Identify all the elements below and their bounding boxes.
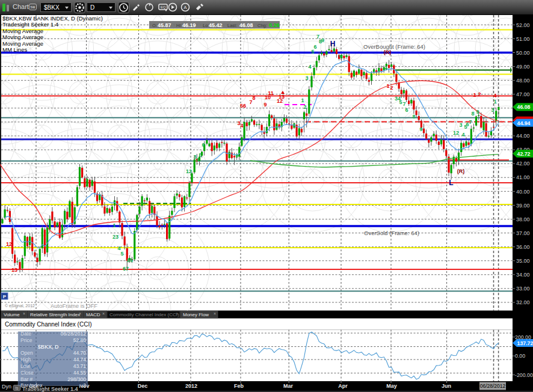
svg-text:5: 5 bbox=[120, 251, 123, 257]
svg-text:2: 2 bbox=[390, 85, 393, 91]
svg-text:1: 1 bbox=[112, 222, 116, 228]
svg-text:×: × bbox=[79, 311, 81, 316]
svg-text:Relative Strength Index: Relative Strength Index bbox=[30, 312, 80, 317]
svg-text:Close: Close bbox=[20, 370, 34, 376]
svg-text:6: 6 bbox=[313, 44, 316, 50]
svg-text:44.00: 44.00 bbox=[516, 133, 530, 139]
svg-text:2012: 2012 bbox=[185, 383, 197, 389]
svg-text:AutoFrame is OFF: AutoFrame is OFF bbox=[51, 302, 97, 309]
svg-text:×: × bbox=[23, 311, 25, 316]
svg-text:9: 9 bbox=[263, 102, 266, 108]
svg-text:4: 4 bbox=[240, 123, 243, 129]
svg-text:L: L bbox=[449, 179, 453, 187]
svg-text:Lo:: Lo: bbox=[203, 23, 209, 28]
svg-text:1: 1 bbox=[473, 92, 476, 98]
svg-text:Low: Low bbox=[20, 363, 30, 369]
svg-text:7: 7 bbox=[469, 119, 472, 125]
svg-text:38.00: 38.00 bbox=[516, 216, 530, 222]
svg-text:Volume: Volume bbox=[4, 312, 20, 317]
svg-text:12: 12 bbox=[186, 168, 192, 174]
svg-text:-200.00: -200.00 bbox=[515, 372, 533, 378]
svg-text:Bar Index: Bar Index bbox=[20, 382, 43, 388]
svg-text:50.00: 50.00 bbox=[516, 50, 530, 56]
svg-text:9: 9 bbox=[476, 109, 479, 115]
svg-text:06/28/2012: 06/28/2012 bbox=[480, 383, 506, 389]
svg-text:45.87: 45.87 bbox=[158, 22, 171, 28]
svg-text:-2: -2 bbox=[81, 382, 86, 388]
svg-text:Apr: Apr bbox=[338, 383, 348, 389]
svg-text:46.08: 46.08 bbox=[239, 22, 253, 28]
svg-text:44.94: 44.94 bbox=[517, 120, 531, 126]
svg-text:Commodity Channel Index (CCI): Commodity Channel Index (CCI) bbox=[109, 312, 179, 317]
svg-text:36.00: 36.00 bbox=[516, 244, 530, 250]
svg-text:48.00: 48.00 bbox=[516, 78, 530, 84]
svg-text:1: 1 bbox=[493, 99, 496, 105]
svg-text:9: 9 bbox=[419, 126, 422, 132]
svg-text:35.00: 35.00 bbox=[516, 258, 530, 264]
svg-text:May: May bbox=[386, 383, 397, 389]
svg-text:46.19: 46.19 bbox=[182, 22, 196, 28]
svg-text:9: 9 bbox=[321, 37, 324, 43]
svg-text:Chg:: Chg: bbox=[257, 23, 267, 28]
svg-text:1: 1 bbox=[386, 83, 389, 89]
svg-text:Open: Open bbox=[20, 350, 33, 356]
svg-text:39.00: 39.00 bbox=[516, 203, 530, 209]
svg-text:(R): (R) bbox=[457, 168, 465, 174]
svg-text:37.00: 37.00 bbox=[516, 230, 530, 236]
svg-text:33.00: 33.00 bbox=[516, 286, 530, 292]
svg-text:41.00: 41.00 bbox=[516, 174, 530, 180]
svg-text:45.42: 45.42 bbox=[209, 22, 223, 28]
svg-text:Price: Price bbox=[20, 337, 32, 343]
svg-text:(R): (R) bbox=[384, 49, 392, 55]
svg-text:2: 2 bbox=[478, 91, 481, 97]
svg-text:42.72: 42.72 bbox=[517, 151, 531, 157]
svg-text:1: 1 bbox=[301, 97, 304, 103]
svg-text:O:: O: bbox=[152, 23, 157, 28]
svg-text:3: 3 bbox=[305, 75, 308, 81]
svg-text:$BKX, D: $BKX, D bbox=[38, 344, 59, 350]
svg-text:4: 4 bbox=[461, 132, 464, 138]
svg-text:47.00: 47.00 bbox=[516, 91, 530, 97]
svg-text:Jun: Jun bbox=[442, 383, 451, 389]
svg-text:MACD: MACD bbox=[86, 312, 100, 317]
svg-text:5: 5 bbox=[399, 99, 402, 105]
svg-text:23: 23 bbox=[112, 234, 119, 240]
svg-text:×: × bbox=[102, 311, 105, 316]
svg-text:Feb: Feb bbox=[234, 383, 244, 389]
svg-text:89: 89 bbox=[127, 257, 133, 263]
svg-text:Bar #: Bar # bbox=[20, 376, 33, 382]
svg-text:8: 8 bbox=[252, 95, 255, 101]
svg-text:2: 2 bbox=[303, 104, 306, 110]
svg-text:×: × bbox=[214, 311, 216, 316]
svg-text:46.08: 46.08 bbox=[517, 104, 531, 110]
svg-text:12: 12 bbox=[6, 241, 12, 247]
svg-text:44.74: 44.74 bbox=[73, 357, 87, 363]
svg-text:0.26: 0.26 bbox=[269, 22, 280, 28]
svg-text:Moving Average: Moving Average bbox=[2, 40, 43, 47]
svg-text:OverSold (Frame: 64): OverSold (Frame: 64) bbox=[364, 230, 419, 236]
svg-text:P: P bbox=[3, 294, 7, 299]
svg-text:×: × bbox=[176, 311, 178, 316]
svg-text:12: 12 bbox=[453, 130, 459, 136]
svg-text:42.00: 42.00 bbox=[516, 161, 530, 167]
svg-text:13: 13 bbox=[279, 94, 285, 100]
svg-text:52.80: 52.80 bbox=[73, 337, 87, 343]
svg-text:44.55: 44.55 bbox=[73, 370, 87, 376]
svg-text:56: 56 bbox=[240, 103, 246, 109]
svg-text:32.00: 32.00 bbox=[516, 299, 530, 305]
svg-text:52.00: 52.00 bbox=[516, 22, 530, 28]
svg-text:40.00: 40.00 bbox=[516, 189, 530, 195]
svg-text:Dec: Dec bbox=[138, 383, 148, 389]
svg-text:Date: Date bbox=[20, 331, 31, 337]
svg-text:Hi:: Hi: bbox=[176, 23, 182, 28]
svg-text:44.70: 44.70 bbox=[73, 350, 87, 356]
svg-text:49.00: 49.00 bbox=[516, 64, 530, 70]
svg-text:ts: ts bbox=[15, 386, 19, 390]
svg-text:67: 67 bbox=[123, 266, 129, 272]
svg-text:43.71: 43.71 bbox=[73, 363, 87, 369]
svg-text:8: 8 bbox=[412, 114, 415, 120]
svg-text:6: 6 bbox=[202, 142, 205, 148]
svg-text:4: 4 bbox=[493, 93, 496, 99]
svg-text:3: 3 bbox=[459, 122, 462, 128]
svg-text:OverBought (Frame: 64): OverBought (Frame: 64) bbox=[363, 43, 425, 50]
